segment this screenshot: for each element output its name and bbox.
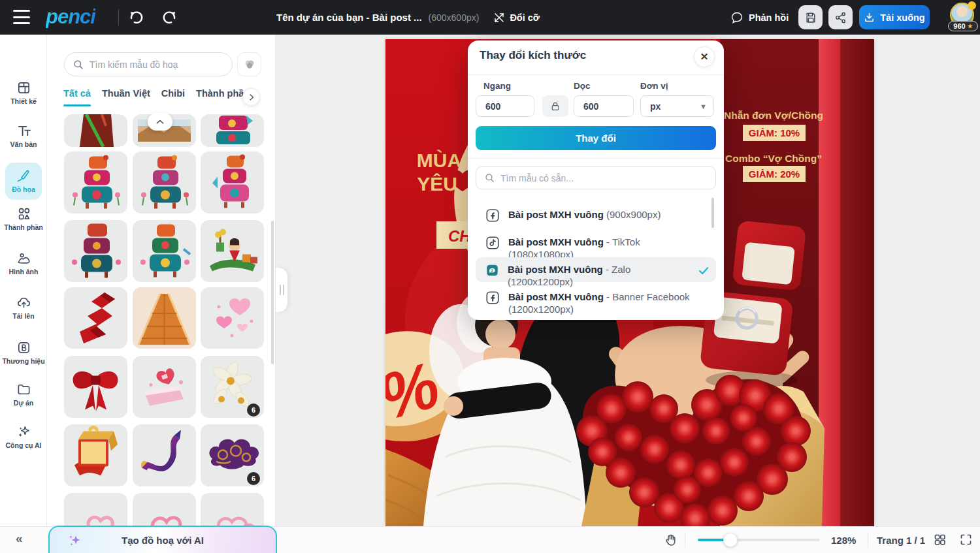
graphics-search[interactable] bbox=[64, 52, 233, 76]
tab-chibi[interactable]: Chibi bbox=[161, 88, 185, 104]
tab-thanh-phan[interactable]: Thành phần bbox=[196, 88, 250, 104]
sidebar-item-components[interactable]: Thành phần bbox=[0, 206, 47, 231]
ai-sparkle-icon bbox=[67, 532, 84, 549]
graphic-tile[interactable] bbox=[201, 493, 264, 526]
chevron-up-icon bbox=[155, 118, 165, 127]
graphic-tile[interactable] bbox=[64, 220, 127, 282]
width-label: Ngang bbox=[483, 81, 511, 91]
undo-icon[interactable] bbox=[128, 9, 145, 26]
collapse-row-button[interactable] bbox=[148, 113, 172, 131]
tab-all[interactable]: Tất cả bbox=[63, 88, 91, 104]
graphic-tile[interactable] bbox=[133, 356, 196, 418]
preset-name: Bài post MXH vuông bbox=[508, 291, 604, 302]
crown-badge-icon bbox=[968, 1, 976, 10]
graphic-tile[interactable] bbox=[64, 287, 127, 349]
download-button[interactable]: Tải xuống bbox=[859, 5, 930, 29]
feedback-label: Phản hồi bbox=[749, 12, 789, 23]
brand-icon bbox=[16, 340, 31, 355]
panel-scrollbar[interactable] bbox=[271, 221, 274, 364]
preset-search[interactable] bbox=[476, 166, 716, 189]
preset-name: Bài post MXH vuông bbox=[508, 264, 603, 275]
fullscreen-icon bbox=[959, 533, 973, 546]
unit-select[interactable]: px ▼ bbox=[640, 95, 714, 117]
sidebar-item-ai-tools[interactable]: Công cụ AI bbox=[0, 424, 47, 449]
graphic-tile[interactable] bbox=[64, 151, 127, 213]
redo-icon[interactable] bbox=[161, 9, 178, 26]
grid-icon bbox=[933, 533, 947, 546]
graphic-tile[interactable] bbox=[64, 424, 127, 486]
preset-option-facebook-banner[interactable]: Bài post MXH vuông - Banner Facebook (12… bbox=[476, 285, 716, 320]
apply-resize-button[interactable]: Thay đổi bbox=[476, 126, 716, 150]
zoom-slider-handle[interactable] bbox=[723, 533, 738, 547]
graphic-tile[interactable] bbox=[133, 151, 196, 213]
variant-count-badge: 6 bbox=[247, 403, 260, 417]
fullscreen-button[interactable] bbox=[959, 533, 973, 549]
graphic-tile[interactable] bbox=[133, 424, 196, 486]
create-graphics-ai-button[interactable]: Tạo đồ hoạ với AI bbox=[48, 526, 277, 553]
sidebar-item-label: Thành phần bbox=[0, 223, 47, 231]
graphics-search-input[interactable] bbox=[90, 59, 224, 70]
graphic-tile[interactable] bbox=[201, 220, 264, 282]
zoom-level: 128% bbox=[831, 535, 856, 546]
chevron-right-icon bbox=[248, 93, 255, 101]
graphic-tile[interactable] bbox=[201, 151, 264, 213]
sidebar-item-projects[interactable]: Dự án bbox=[0, 382, 47, 407]
page-indicator[interactable]: Trang 1 / 1 bbox=[877, 535, 925, 546]
sidebar-item-images[interactable]: Hình ảnh bbox=[0, 251, 47, 276]
height-input[interactable] bbox=[574, 95, 634, 117]
preset-list-scrollbar[interactable] bbox=[711, 198, 714, 228]
sidebar-item-graphics[interactable]: Đồ họa bbox=[0, 168, 47, 193]
preset-option-zalo-1200[interactable]: Bài post MXH vuông - Zalo (1200x1200px) bbox=[476, 257, 716, 282]
graphic-tile[interactable] bbox=[201, 114, 264, 147]
graphic-tile[interactable] bbox=[133, 493, 196, 526]
pages-grid-button[interactable] bbox=[933, 533, 947, 549]
graphic-tile[interactable] bbox=[133, 287, 196, 349]
search-icon bbox=[73, 59, 84, 71]
preset-option-tiktok-1080[interactable]: Bài post MXH vuông - TikTok (1080x1080px… bbox=[476, 230, 716, 255]
resize-button[interactable]: Đổi cỡ bbox=[493, 12, 540, 24]
feedback-button[interactable]: Phản hồi bbox=[730, 0, 789, 35]
image-icon bbox=[16, 251, 31, 266]
pan-tool-button[interactable] bbox=[664, 533, 678, 550]
resize-label: Đổi cỡ bbox=[510, 12, 540, 23]
preset-option-facebook-900[interactable]: Bài post MXH vuông (900x900px) bbox=[476, 202, 716, 227]
text-icon bbox=[16, 123, 31, 138]
variant-count-badge: 6 bbox=[247, 472, 260, 485]
menu-icon[interactable] bbox=[13, 10, 30, 24]
tabs-scroll-right-button[interactable] bbox=[242, 88, 260, 106]
preset-search-input[interactable] bbox=[500, 173, 708, 183]
close-icon[interactable]: ✕ bbox=[694, 46, 715, 67]
resize-dialog: Thay đổi kích thước ✕ Ngang Dọc Đơn vị p… bbox=[468, 40, 724, 320]
aspect-lock-button[interactable] bbox=[542, 95, 568, 117]
dialog-divider bbox=[468, 74, 724, 75]
footer-divider bbox=[685, 533, 685, 548]
tab-thuan-viet[interactable]: Thuần Việt bbox=[102, 88, 150, 104]
sidebar-item-design[interactable]: Thiết kế bbox=[0, 80, 47, 105]
layout-icon bbox=[16, 80, 31, 95]
app-logo[interactable]: penci bbox=[46, 5, 95, 29]
graphics-panel: Tất cả Thuần Việt Chibi Thành phần C bbox=[47, 35, 276, 526]
panel-collapse-handle[interactable] bbox=[276, 268, 287, 312]
graphic-tile[interactable] bbox=[133, 220, 196, 282]
graphic-tile[interactable] bbox=[64, 493, 127, 526]
sidebar-item-label: Công cụ AI bbox=[0, 441, 47, 449]
download-icon bbox=[864, 12, 875, 23]
sidebar-item-brand[interactable]: Thương hiệu bbox=[0, 340, 47, 365]
sidebar-item-uploads[interactable]: Tải lên bbox=[0, 295, 47, 320]
canvas-offer1-badge: GIẢM: 10% bbox=[749, 127, 800, 138]
sidebar-item-text[interactable]: Văn bản bbox=[0, 123, 47, 148]
sidebar-item-label: Hình ảnh bbox=[0, 268, 47, 276]
save-button[interactable] bbox=[798, 5, 823, 29]
graphic-tile[interactable] bbox=[64, 356, 127, 418]
credits-badge[interactable]: 960★ bbox=[948, 21, 978, 31]
graphic-tile[interactable] bbox=[64, 114, 127, 147]
graphic-tile[interactable] bbox=[201, 287, 264, 349]
sidebar-collapse-button[interactable]: « bbox=[16, 531, 23, 546]
color-filter-button[interactable] bbox=[237, 52, 261, 76]
project-title[interactable]: Tên dự án của bạn - Bài post ... bbox=[276, 12, 422, 23]
ai-button-label: Tạo đồ hoạ với AI bbox=[122, 535, 204, 546]
sidebar-item-label: Thương hiệu bbox=[0, 357, 47, 365]
share-button[interactable] bbox=[828, 5, 853, 29]
resize-icon bbox=[493, 12, 505, 24]
width-input[interactable] bbox=[476, 95, 534, 117]
